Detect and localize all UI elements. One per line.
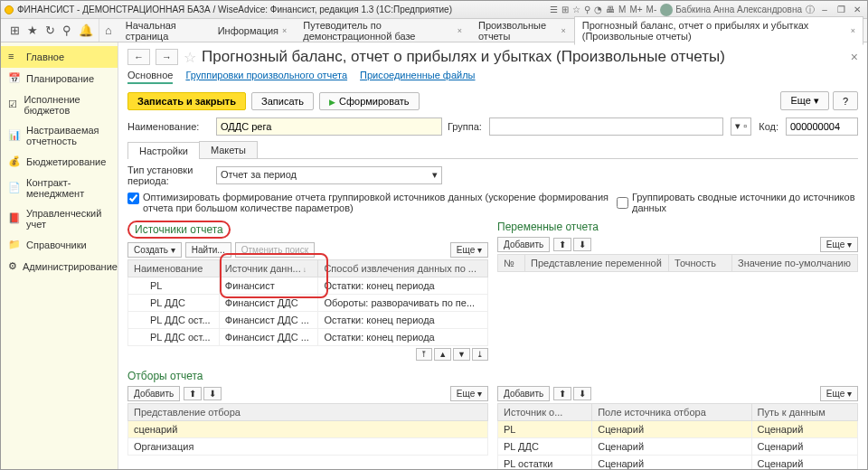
link-groups[interactable]: Группировки произвольного отчета (185, 70, 347, 84)
create-button[interactable]: Создать ▾ (127, 242, 182, 258)
home-icon[interactable] (99, 24, 118, 37)
up-icon[interactable]: ⬆ (553, 238, 571, 251)
close-icon[interactable]: × (458, 26, 462, 35)
group-input[interactable] (489, 118, 723, 136)
add-button[interactable]: Добавить (497, 386, 550, 401)
group-label: Группа: (448, 121, 482, 132)
table-row[interactable]: PL ДДСФинансист ДДСОбороты: разворачиват… (128, 295, 488, 312)
name-input[interactable] (216, 118, 442, 136)
more-button[interactable]: Еще ▾ (820, 386, 858, 401)
table-row[interactable]: Организация (128, 438, 488, 456)
close-page-button[interactable]: × (851, 50, 858, 64)
chart-icon: 📊 (8, 129, 21, 142)
menu-icon: ≡ (8, 51, 21, 63)
back-button[interactable]: ← (127, 49, 150, 65)
add-button[interactable]: Добавить (497, 237, 550, 252)
info-icon[interactable]: ⓘ (806, 4, 815, 16)
forward-button[interactable]: → (156, 49, 178, 65)
link-files[interactable]: Присоединенные файлы (360, 70, 475, 84)
app-icon (5, 5, 14, 14)
sidebar-item[interactable]: ⚙Администрирование (1, 256, 118, 277)
tab-home[interactable]: Начальная страница (118, 16, 210, 45)
toolbar-icon[interactable]: 🖶 (606, 5, 615, 14)
close-icon[interactable]: × (282, 26, 287, 35)
group-picker[interactable]: ▾ ▫ (731, 118, 751, 136)
name-label: Наименование: (127, 121, 211, 132)
book-icon: 📕 (8, 212, 21, 225)
save-close-button[interactable]: Записать и закрыть (127, 92, 246, 110)
group-sources-checkbox[interactable] (617, 197, 628, 209)
close-button[interactable]: ✕ (851, 5, 863, 15)
code-input[interactable] (786, 118, 858, 136)
toolbar-icon[interactable]: M (618, 5, 626, 14)
tab[interactable]: Путеводитель по демонстрационной базе× (295, 16, 470, 45)
toolbar-icon[interactable]: ☰ (550, 5, 558, 14)
sidebar-item[interactable]: 📅Планирование (1, 68, 118, 89)
sidebar-item[interactable]: 📊Настраиваемая отчетность (1, 120, 118, 151)
table-row[interactable]: сценарий (128, 421, 488, 438)
cancel-find-button: Отменить поиск (235, 242, 315, 258)
table-row[interactable]: PL ДДССценарийСценарий (498, 438, 858, 456)
table-row[interactable]: PL ДДС ост...Финансист ДДС ...Остатки: к… (128, 329, 488, 346)
table-row[interactable]: PL остаткиСценарийСценарий (498, 456, 858, 470)
sidebar-item[interactable]: 📕Управленческий учет (1, 203, 118, 234)
down-icon[interactable]: ⬇ (573, 387, 591, 400)
user-menu[interactable]: Бабкина Анна Александровна (660, 4, 802, 16)
toolbar-icon[interactable]: ⊞ (561, 5, 569, 14)
down-icon[interactable]: ⬇ (203, 387, 222, 400)
sidebar-item[interactable]: ☑Исполнение бюджетов (1, 89, 118, 120)
bell-icon[interactable]: 🔔 (79, 24, 93, 37)
sidebar-item[interactable]: 📁Справочники (1, 234, 118, 256)
more-button[interactable]: Еще ▾ (780, 91, 828, 110)
toolbar-icon[interactable]: ◔ (594, 5, 602, 14)
tab[interactable]: Информация× (210, 22, 296, 40)
scroll-controls[interactable]: ⤒▲▼⤓ (127, 348, 488, 361)
gear-icon: ⚙ (8, 260, 17, 273)
more-button[interactable]: Еще ▾ (450, 386, 488, 401)
add-button[interactable]: Добавить (127, 386, 180, 401)
sidebar-item[interactable]: ≡Главное (1, 46, 118, 68)
sidebar-item[interactable]: 📄Контракт-менеджмент (1, 173, 118, 203)
close-icon[interactable]: × (851, 26, 855, 35)
favorite-icon[interactable]: ☆ (184, 49, 196, 66)
help-button[interactable]: ? (833, 91, 858, 110)
vars-table: №Представление переменнойТочностьЗначени… (497, 254, 858, 272)
link-main[interactable]: Основное (127, 70, 173, 84)
more-button[interactable]: Еще ▾ (820, 237, 858, 252)
table-row[interactable]: PLСценарийСценарий (498, 421, 858, 438)
folder-icon: 📁 (8, 239, 21, 251)
star-icon[interactable]: ★ (27, 24, 38, 37)
optimize-checkbox[interactable] (127, 193, 139, 204)
search-icon[interactable]: ⚲ (62, 24, 71, 37)
up-icon[interactable]: ⬆ (553, 387, 571, 400)
toolbar-icon[interactable]: M+ (629, 5, 642, 14)
doc-icon: 📄 (8, 182, 21, 194)
sidebar-item[interactable]: 💰Бюджетирование (1, 151, 118, 173)
subtab-settings[interactable]: Настройки (127, 142, 200, 159)
save-button[interactable]: Записать (251, 92, 314, 110)
page-title: Прогнозный баланс, отчет о прибылях и уб… (202, 48, 725, 66)
minimize-button[interactable]: – (818, 5, 831, 15)
down-icon[interactable]: ⬇ (573, 238, 591, 251)
table-row[interactable]: PLФинансистОстатки: конец периода (128, 277, 488, 295)
table-row[interactable]: PL ДДС ост...Финансист ДДС ...Остатки: к… (128, 312, 488, 329)
history-icon[interactable]: ↻ (45, 24, 55, 37)
vars-title: Переменные отчета (497, 221, 858, 233)
money-icon: 💰 (8, 155, 21, 168)
up-icon[interactable]: ⬆ (184, 387, 202, 400)
period-label: Тип установки периода: (127, 164, 211, 186)
toolbar-icon[interactable]: ☆ (572, 5, 580, 14)
more-button[interactable]: Еще ▾ (450, 242, 488, 258)
tab-active[interactable]: Прогнозный баланс, отчет о прибылях и уб… (574, 16, 863, 45)
toolbar-icon[interactable]: M- (646, 5, 657, 14)
toolbar-icon[interactable]: ⚲ (584, 5, 590, 14)
restore-button[interactable]: ❐ (835, 5, 847, 15)
generate-button[interactable]: Сформировать (319, 92, 420, 110)
close-icon[interactable]: × (561, 26, 565, 35)
period-select[interactable]: Отчет за период▾ (216, 166, 442, 184)
find-button[interactable]: Найти... (185, 242, 231, 258)
subtab-layouts[interactable]: Макеты (199, 141, 258, 158)
filters-table: Представление отбора сценарий Организаци… (127, 403, 488, 456)
apps-icon[interactable]: ⊞ (10, 24, 20, 37)
tab[interactable]: Произвольные отчеты× (470, 16, 574, 45)
